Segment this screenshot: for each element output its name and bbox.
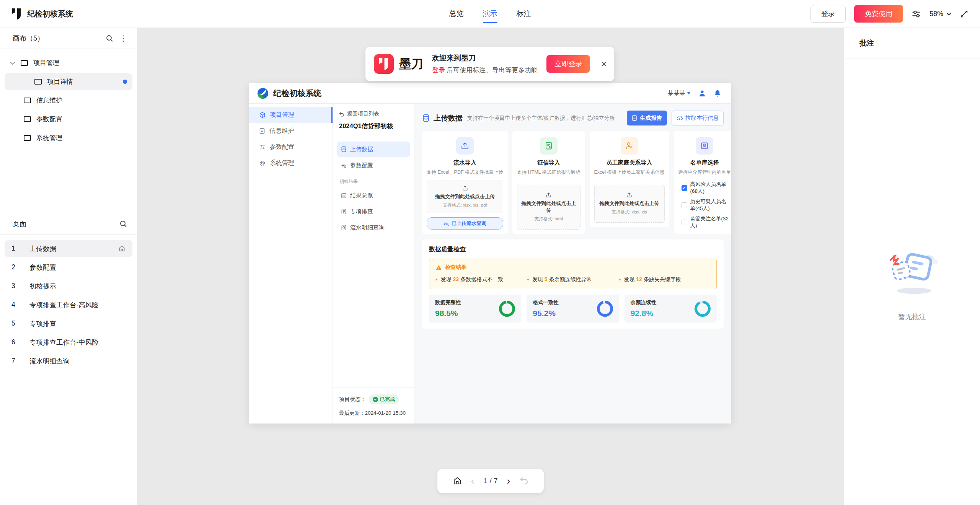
annotations-panel: 批注 (844, 28, 980, 505)
pages-header-label: 页面 (13, 219, 26, 228)
checkbox-high-risk[interactable]: ✓ 高风险人员名单(68人) (682, 181, 731, 195)
page-item-3[interactable]: 3 初核提示 (5, 277, 132, 295)
cloud-download-icon (677, 116, 683, 121)
status-label: 项目状态： (339, 396, 366, 403)
upload-icon (456, 137, 474, 155)
tree-item-param-config[interactable]: 参数配置 (5, 111, 132, 128)
nav-item-param-config[interactable]: 参数配置 (249, 139, 333, 155)
page-item-1[interactable]: 1 上传数据 (5, 240, 132, 257)
page-item-2[interactable]: 2 参数配置 (5, 259, 132, 276)
tree-item-system-management[interactable]: 系统管理 (5, 129, 132, 147)
sliders-icon (259, 144, 266, 150)
tree-item-label: 项目详情 (47, 77, 73, 86)
modao-app-icon (374, 54, 394, 74)
more-options-icon[interactable]: ⋮ (119, 34, 127, 42)
canvas-tree: 项目管理 项目详情 信息维护 参数配置 系统管理 (0, 49, 137, 213)
project-panel: 返回项目列表 2024Q1信贷部初核 上传数据 参数配置 (333, 104, 414, 424)
app-logo[interactable]: 纪检初核系统 (11, 8, 73, 20)
reset-icon[interactable] (519, 477, 528, 485)
active-indicator-dot (123, 80, 127, 84)
page-item-7[interactable]: 7 流水明细查询 (5, 352, 132, 370)
bell-icon[interactable] (714, 90, 721, 97)
uploaded-flow-query-button[interactable]: 已上传流水查询 (427, 217, 503, 230)
card-desc: Excel 模板上传员工家庭关系信息 (594, 169, 665, 176)
chevron-down-icon[interactable] (10, 61, 15, 65)
search-icon[interactable] (119, 220, 127, 228)
settings-sliders-icon[interactable] (912, 9, 921, 19)
zoom-control[interactable]: 58% (929, 10, 951, 18)
pull-bank-info-button[interactable]: 拉取本行信息 (672, 111, 724, 125)
menu-item-param-config[interactable]: 参数配置 (337, 158, 410, 173)
next-page-icon[interactable]: › (507, 476, 510, 486)
home-icon[interactable] (453, 476, 462, 485)
mockup-app-title: 纪检初核系统 (273, 88, 321, 99)
banner-subtitle: 登录后可使用标注、导出等更多功能 (432, 66, 541, 75)
tree-item-info-maintenance[interactable]: 信息维护 (5, 92, 132, 109)
tree-item-label: 系统管理 (36, 134, 62, 142)
quality-title: 数据质量检查 (429, 246, 717, 254)
menu-item-special-check[interactable]: 专项排查 (337, 204, 410, 219)
tree-item-project-detail[interactable]: 项目详情 (5, 73, 132, 90)
warning-icon (435, 265, 442, 270)
upload-cards: 流水导入 支持 Excel、PDF 格式文件批量上传 拖拽文件到此处或点击上传 … (422, 131, 724, 234)
checkbox-regulator-watch[interactable]: 监管关注名单(32人) (682, 215, 731, 229)
nav-item-info-maintenance[interactable]: 信息维护 (249, 123, 333, 139)
metric-data-completeness: 数据完整性 98.5% (429, 295, 521, 323)
page-item-4[interactable]: 4 专项排查工作台-高风险 (5, 296, 132, 313)
zoom-level: 58% (929, 10, 943, 18)
user-menu[interactable]: 某某某 (668, 90, 691, 97)
close-icon[interactable]: × (601, 59, 607, 69)
check-result-title: 检查结果 (445, 264, 466, 271)
top-bar: 纪检初核系统 总览 演示 标注 登录 免费使用 58% (0, 0, 980, 28)
nav-label: 参数配置 (270, 143, 294, 151)
nav-item-project-management[interactable]: 项目管理 (249, 107, 333, 123)
empty-annotations-text: 暂无批注 (844, 312, 980, 321)
list-options: ✓ 高风险人员名单(68人) 历史可疑人员名单(45人) (678, 181, 731, 229)
prototype-screen: 纪检初核系统 某某某 (249, 83, 731, 424)
banner-login-link[interactable]: 登录 (432, 67, 445, 74)
metric-balance-continuity: 余额连续性 92.8% (625, 295, 717, 323)
file-dropzone[interactable]: 拖拽文件到此处或点击上传 支持格式: xlsx, xls (594, 185, 665, 223)
bullet-icon: • (527, 276, 529, 283)
list-search-icon (444, 221, 449, 226)
menu-item-flow-detail[interactable]: 流水明细查询 (337, 220, 410, 235)
mockup-main-content: 上传数据 支持在一个项目中上传多个主体/账户数据，进行汇总/独立分析 生成报告 … (414, 104, 731, 424)
project-title: 2024Q1信贷部初核 (339, 122, 409, 130)
card-family-import: 员工家庭关系导入 Excel 模板上传员工家庭关系信息 拖拽文件到此处或点击上传… (590, 131, 669, 227)
free-use-button[interactable]: 免费使用 (854, 5, 903, 23)
nav-label: 信息维护 (269, 127, 294, 135)
frame-icon (24, 98, 31, 103)
prev-page-icon[interactable]: ‹ (471, 476, 475, 486)
menu-item-result-overview[interactable]: 结果总览 (337, 188, 410, 203)
page-label: 初核提示 (29, 282, 56, 291)
empty-state-illustration (884, 244, 941, 301)
back-to-projects-link[interactable]: 返回项目列表 (339, 111, 409, 117)
checkbox-checked-icon: ✓ (682, 185, 687, 191)
tab-present[interactable]: 演示 (482, 0, 498, 27)
menu-section-label: 初核结果 (339, 178, 410, 185)
presentation-pager: ‹ 1 / 7 › (437, 469, 544, 493)
menu-item-upload-data[interactable]: 上传数据 (337, 142, 410, 157)
login-now-button[interactable]: 立即登录 (546, 55, 590, 73)
generate-report-button[interactable]: 生成报告 (627, 111, 667, 125)
gear-icon (259, 160, 266, 166)
tab-annotate[interactable]: 标注 (516, 0, 532, 27)
frame-icon (24, 135, 31, 141)
login-button[interactable]: 登录 (810, 5, 846, 23)
tab-overview[interactable]: 总览 (448, 0, 465, 27)
nav-item-system-management[interactable]: 系统管理 (249, 155, 333, 171)
file-dropzone[interactable]: 拖拽文件到此处或点击上传 支持格式: xlsx, xls, pdf (427, 181, 503, 213)
page-item-5[interactable]: 5 专项排查 (5, 315, 132, 332)
checkbox-history-suspect[interactable]: 历史可疑人员名单(45人) (682, 198, 731, 212)
welcome-banner: 墨刀 欢迎来到墨刀 登录后可使用标注、导出等更多功能 立即登录 × (365, 47, 614, 81)
page-item-6[interactable]: 6 专项排查工作台-中风险 (5, 334, 132, 351)
page-number: 1 (11, 244, 29, 252)
card-desc: 支持 HTML 格式征信报告解析 (517, 169, 580, 176)
progress-ring (597, 301, 613, 317)
file-dropzone[interactable]: 拖拽文件到此处或点击上传 支持格式: html (517, 185, 580, 230)
user-icon[interactable] (698, 90, 706, 97)
tree-item-project-management[interactable]: 项目管理 (5, 54, 132, 72)
search-icon[interactable] (106, 34, 113, 42)
caret-down-icon (687, 92, 691, 94)
fullscreen-icon[interactable] (960, 10, 969, 18)
